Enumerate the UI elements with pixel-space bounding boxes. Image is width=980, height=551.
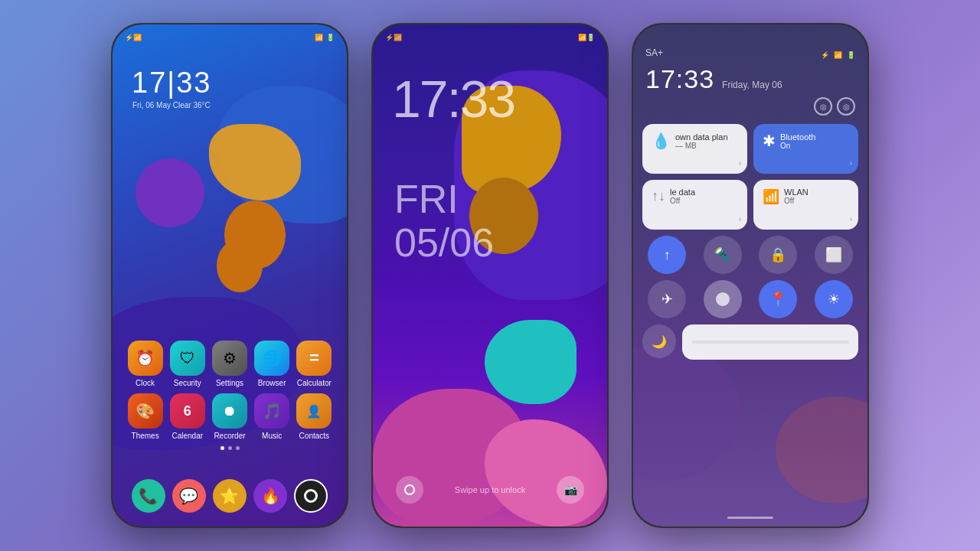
control-cards: 💧 own data plan — MB › ✱ Bluetoo: [642, 124, 858, 366]
recorder-icon: ⏺: [212, 393, 247, 429]
bluetooth-card[interactable]: ✱ Bluetooth On ›: [753, 124, 858, 174]
toggle-airplane[interactable]: ✈: [648, 280, 686, 318]
data-card-title: own data plan: [675, 132, 728, 142]
wlan-card[interactable]: 📶 WLAN Off ›: [753, 180, 858, 230]
phone-1-homescreen: ⚡📶 📶 🔋 17|33 Fri, 06 May Clear 36°C: [111, 23, 348, 528]
app-browser[interactable]: 🌐 Browser: [252, 341, 292, 387]
brightness-slider[interactable]: [682, 324, 858, 360]
browser-label: Browser: [258, 379, 286, 387]
themes-label: Themes: [132, 432, 159, 440]
dock-star[interactable]: ⭐: [213, 479, 247, 513]
status-bar-phone1: ⚡📶 📶 🔋: [113, 24, 347, 46]
swipe-up-text: Swipe up to unlock: [455, 485, 525, 494]
browser-icon: 🌐: [254, 341, 289, 376]
app-music[interactable]: 🎵 Music: [252, 393, 292, 440]
data-icon: 💧: [652, 132, 671, 150]
app-contacts[interactable]: 👤 Contacts: [294, 393, 334, 440]
control-time: 17:33: [645, 64, 714, 94]
toggle-circle[interactable]: [704, 280, 742, 318]
bluetooth-card-status: On: [780, 142, 815, 150]
themes-icon: 🎨: [128, 393, 163, 429]
bottom-dock: 📞 💬 ⭐ 🔥: [113, 479, 347, 513]
toggle-flashlight[interactable]: 🔦: [704, 236, 742, 274]
calculator-label: Calculator: [297, 379, 332, 387]
wlan-arrow: ›: [850, 215, 852, 223]
music-label: Music: [262, 432, 282, 440]
app-row-1: ⏰ Clock 🛡 Security ⚙ Settings 🌐 Browser: [124, 341, 335, 387]
settings-icon: ⚙: [212, 341, 247, 376]
app-calendar[interactable]: 6 Calendar: [168, 393, 207, 440]
control-center-header: SA+ ⚡📶🔋 17:33 Friday, May 06 ◎ ◎: [633, 47, 867, 116]
toggle-grid-row1: ↑ 🔦 🔒 ⬜: [642, 236, 858, 274]
mobile-data-toggle-card[interactable]: ↑↓ le data Off ›: [642, 180, 747, 230]
lockscreen-day: FRI: [394, 178, 494, 221]
mobile-data-title: le data: [670, 187, 695, 197]
calendar-icon: 6: [170, 393, 205, 429]
app-grid: ⏰ Clock 🛡 Security ⚙ Settings 🌐 Browser: [113, 341, 347, 450]
wlan-icon: 📶: [763, 188, 779, 205]
dock-messages[interactable]: 💬: [172, 479, 206, 513]
cards-row-1: 💧 own data plan — MB › ✱ Bluetoo: [642, 124, 858, 174]
toggle-lock[interactable]: 🔒: [759, 236, 797, 274]
app-row-2: 🎨 Themes 6 Calendar ⏺ Recorder 🎵 Music: [124, 393, 335, 440]
dot-1: [220, 446, 224, 450]
security-label: Security: [174, 379, 201, 387]
camera-button[interactable]: 📷: [557, 476, 584, 504]
app-settings[interactable]: ⚙ Settings: [210, 341, 250, 387]
calculator-icon: =: [296, 341, 332, 376]
phone-2-lockscreen: ⚡📶 📶🔋 17:33 FRI 05/06 Swipe up: [371, 23, 609, 528]
app-recorder[interactable]: ⏺ Recorder: [210, 393, 250, 440]
status-bar-phone2: ⚡📶 📶🔋: [373, 24, 607, 46]
toggle-signal[interactable]: ↑: [648, 236, 686, 274]
wlan-status: Off: [784, 197, 808, 205]
lockscreen-bottom: Swipe up to unlock 📷: [373, 476, 607, 504]
app-themes[interactable]: 🎨 Themes: [126, 393, 165, 440]
brightness-icon-btn[interactable]: 🌙: [642, 324, 676, 358]
slider-row: 🌙: [642, 324, 858, 360]
control-date: Friday, May 06: [722, 80, 782, 90]
wlan-title: WLAN: [784, 187, 808, 197]
toggle-location[interactable]: 📍: [759, 280, 797, 318]
app-clock[interactable]: ⏰ Clock: [126, 341, 165, 387]
mobile-data-arrow: ›: [739, 215, 741, 223]
slider-track: [691, 341, 849, 344]
security-icon: 🛡: [170, 341, 205, 376]
homescreen-time: 17|33: [132, 67, 211, 99]
mobile-data-card[interactable]: 💧 own data plan — MB ›: [642, 124, 747, 174]
bluetooth-card-title: Bluetooth: [780, 132, 815, 142]
app-security[interactable]: 🛡 Security: [168, 341, 207, 387]
toggle-screen[interactable]: ⬜: [815, 236, 853, 274]
music-icon: 🎵: [254, 393, 289, 429]
data-card-arrow: ›: [739, 159, 741, 168]
lockscreen-time: 17:33: [392, 70, 514, 128]
dot-3: [236, 446, 240, 450]
toggle-grid-row2: ✈ 📍 ☀: [642, 280, 858, 318]
contacts-icon: 👤: [296, 393, 332, 429]
page-dots: [124, 446, 335, 450]
clock-label: Clock: [136, 379, 155, 387]
settings-icon[interactable]: ◎: [837, 97, 855, 116]
cards-row-2: ↑↓ le data Off › 📶 WLAN: [642, 180, 858, 230]
contacts-label: Contacts: [299, 432, 329, 440]
location-icon[interactable]: ◎: [814, 97, 832, 116]
mobile-data-icon: ↑↓: [652, 188, 665, 204]
phone-3-controlcenter: SA+ ⚡📶🔋 17:33 Friday, May 06 ◎ ◎: [632, 23, 869, 528]
toggle-brightness-btn[interactable]: ☀: [815, 280, 853, 318]
clock-icon: ⏰: [128, 341, 163, 376]
handle-bar: [727, 517, 773, 519]
lockscreen-date: 05/06: [394, 221, 494, 265]
dock-phone[interactable]: 📞: [132, 479, 165, 513]
mobile-data-status: Off: [670, 197, 695, 205]
calendar-label: Calendar: [172, 432, 203, 440]
dock-camera[interactable]: [294, 479, 328, 513]
homescreen-date: Fri, 06 May Clear 36°C: [132, 101, 211, 109]
app-calculator[interactable]: = Calculator: [294, 341, 334, 387]
dock-fire[interactable]: 🔥: [253, 479, 287, 513]
camera-shortcut[interactable]: [396, 476, 423, 504]
carrier-label: SA+: [645, 47, 663, 58]
recorder-label: Recorder: [214, 432, 245, 440]
dot-2: [228, 446, 232, 450]
bluetooth-icon: ✱: [763, 132, 776, 150]
settings-label: Settings: [216, 379, 243, 387]
data-card-sub: — MB: [675, 142, 728, 150]
